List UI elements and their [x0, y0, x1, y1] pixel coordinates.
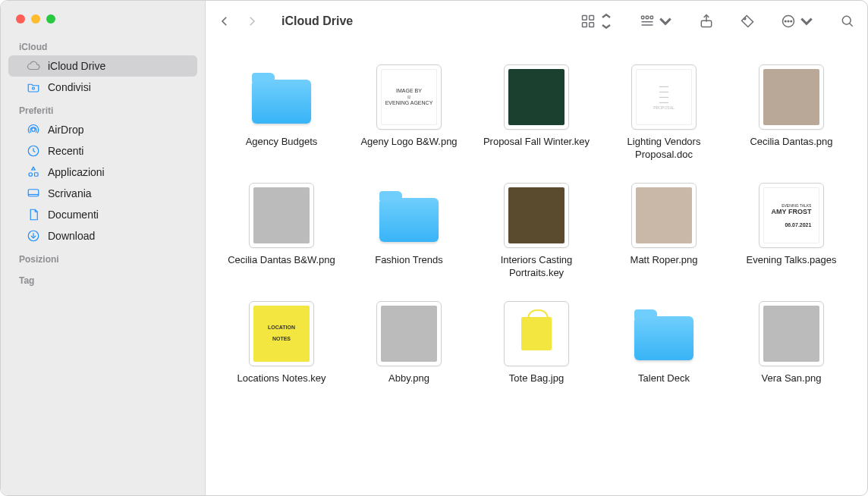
svg-point-3 — [29, 173, 33, 177]
file-label: Abby.png — [388, 372, 429, 385]
svg-rect-14 — [650, 16, 653, 18]
file-thumbnail — [504, 64, 569, 130]
fullscreen-window-button[interactable] — [46, 14, 55, 24]
cloud-icon — [27, 59, 40, 73]
file-label: Cecilia Dantas.png — [750, 136, 832, 149]
sidebar-item-applicazioni[interactable]: Applicazioni — [8, 162, 197, 183]
svg-rect-13 — [646, 16, 648, 18]
window-controls — [1, 1, 205, 34]
file-item[interactable]: Tote Bag.jpg — [476, 301, 597, 385]
file-label: Evening Talks.pages — [746, 254, 836, 267]
svg-point-1 — [32, 128, 36, 132]
file-item[interactable]: Abby.png — [348, 301, 470, 385]
file-browser: Agency BudgetsIMAGE BY☺EVENING AGENCYAge… — [206, 42, 867, 495]
sidebar-item-condivisi[interactable]: Condivisi — [8, 77, 197, 98]
svg-rect-9 — [590, 16, 594, 20]
toolbar: iCloud Drive — [206, 1, 867, 42]
svg-point-18 — [744, 18, 746, 20]
folder-icon — [634, 316, 693, 360]
sidebar-item-label: Download — [48, 230, 95, 242]
back-button[interactable] — [218, 14, 231, 28]
svg-rect-11 — [590, 23, 594, 27]
svg-rect-10 — [583, 23, 587, 27]
sidebar-item-download[interactable]: Download — [8, 225, 197, 246]
group-by-button[interactable] — [640, 14, 673, 29]
sidebar-item-label: AirDrop — [48, 124, 83, 136]
file-thumbnail: EVENING TALKSAMY FROST06.07.2021 — [759, 183, 824, 248]
svg-point-21 — [788, 20, 789, 22]
file-thumbnail: ━━━━━━━━━━━━━━━━PROPOSAL — [631, 64, 697, 130]
sidebar-item-label: iCloud Drive — [48, 60, 105, 72]
file-label: Lighting Vendors Proposal.doc — [605, 136, 723, 162]
folder-thumbnail — [631, 301, 697, 366]
airdrop-icon — [27, 123, 40, 137]
close-window-button[interactable] — [16, 14, 25, 24]
file-item[interactable]: Talent Deck — [603, 301, 725, 385]
file-thumbnail — [504, 301, 569, 366]
file-item[interactable]: ━━━━━━━━━━━━━━━━PROPOSALLighting Vendors… — [603, 64, 725, 162]
file-label: Interiors Casting Portraits.key — [477, 254, 596, 280]
file-label: Tote Bag.jpg — [509, 372, 564, 385]
file-thumbnail — [249, 183, 314, 248]
minimize-window-button[interactable] — [31, 14, 40, 24]
file-item[interactable]: Cecilia Dantas B&W.png — [221, 183, 342, 280]
sidebar-item-recenti[interactable]: Recenti — [8, 140, 197, 162]
file-label: Proposal Fall Winter.key — [483, 136, 590, 149]
clock-icon — [27, 144, 40, 158]
view-icons-button[interactable] — [580, 14, 614, 29]
file-label: Cecilia Dantas B&W.png — [228, 254, 335, 267]
file-label: Talent Deck — [638, 372, 690, 385]
apps-icon — [27, 165, 40, 179]
svg-line-24 — [850, 24, 853, 27]
file-item[interactable]: IMAGE BY☺EVENING AGENCYAgeny Logo B&W.pn… — [348, 64, 470, 162]
file-item[interactable]: Proposal Fall Winter.key — [476, 64, 597, 162]
file-item[interactable]: Matt Roper.png — [603, 183, 725, 280]
sidebar-section-label: Posizioni — [1, 246, 205, 268]
file-thumbnail — [759, 64, 824, 130]
svg-point-22 — [791, 20, 792, 22]
file-item[interactable]: LOCATIONNOTESLocations Notes.key — [221, 301, 342, 385]
sidebar-item-label: Condivisi — [48, 81, 91, 93]
file-thumbnail — [759, 301, 824, 366]
sidebar-item-label: Applicazioni — [48, 166, 105, 178]
sidebar-item-label: Documenti — [48, 209, 99, 221]
file-thumbnail — [504, 183, 569, 248]
svg-point-23 — [842, 16, 851, 24]
file-label: Agency Budgets — [246, 136, 318, 149]
file-thumbnail: LOCATIONNOTES — [249, 301, 314, 366]
sidebar-item-icloud-drive[interactable]: iCloud Drive — [8, 55, 197, 77]
sidebar-item-scrivania[interactable]: Scrivania — [8, 183, 197, 204]
file-label: Locations Notes.key — [237, 372, 326, 385]
forward-button[interactable] — [245, 14, 259, 28]
share-button[interactable] — [699, 14, 714, 29]
search-button[interactable] — [840, 14, 855, 29]
svg-point-0 — [33, 87, 35, 89]
sidebar-item-documenti[interactable]: Documenti — [8, 204, 197, 225]
file-item[interactable]: Cecilia Dantas.png — [731, 64, 852, 162]
sidebar-section-label: Tag — [1, 268, 205, 289]
tags-button[interactable] — [740, 14, 755, 29]
file-label: Fashion Trends — [375, 254, 443, 267]
file-item[interactable]: Fashion Trends — [348, 183, 470, 280]
sidebar-item-label: Scrivania — [48, 187, 92, 199]
file-label: Matt Roper.png — [631, 254, 698, 267]
file-thumbnail — [376, 301, 442, 366]
file-item[interactable]: Agency Budgets — [221, 64, 342, 162]
svg-rect-8 — [583, 16, 587, 20]
document-icon — [27, 208, 40, 221]
location-title: iCloud Drive — [281, 14, 353, 28]
more-actions-button[interactable] — [781, 14, 814, 29]
sidebar-item-label: Recenti — [48, 145, 83, 157]
sidebar-item-airdrop[interactable]: AirDrop — [8, 119, 197, 140]
download-icon — [27, 229, 40, 243]
file-item[interactable]: Interiors Casting Portraits.key — [476, 183, 597, 280]
file-label: Ageny Logo B&W.png — [360, 136, 457, 149]
file-item[interactable]: Vera San.png — [731, 301, 852, 385]
file-item[interactable]: EVENING TALKSAMY FROST06.07.2021Evening … — [731, 183, 852, 280]
sidebar: iCloudiCloud DriveCondivisiPreferitiAirD… — [1, 1, 206, 495]
finder-window: iCloudiCloud DriveCondivisiPreferitiAirD… — [0, 0, 868, 496]
svg-point-20 — [785, 20, 786, 22]
main-panel: iCloud Drive — [206, 1, 867, 495]
file-label: Vera San.png — [762, 372, 822, 385]
sidebar-section-label: iCloud — [1, 34, 205, 55]
